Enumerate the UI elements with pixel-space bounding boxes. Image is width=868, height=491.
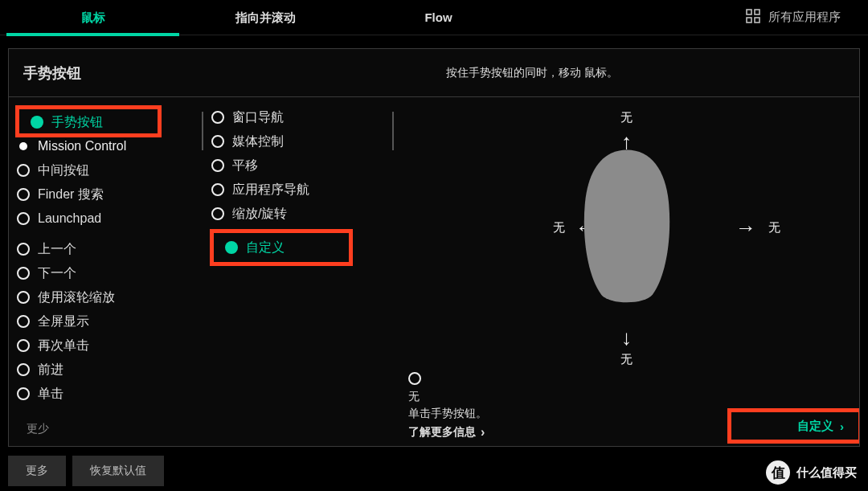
- radio-label: 前进: [38, 362, 63, 378]
- action-click[interactable]: 单击: [17, 382, 202, 406]
- radio-label: 窗口导航: [232, 109, 284, 126]
- chevron-right-icon: ›: [840, 419, 844, 433]
- learn-more-link[interactable]: 了解更多信息 ›: [408, 425, 485, 440]
- svg-rect-0: [747, 10, 751, 14]
- radio-icon: [17, 267, 30, 280]
- radio-label: 应用程序导航: [232, 182, 309, 198]
- action-gesture-button[interactable]: 手势按钮: [19, 109, 158, 135]
- chevron-right-icon: ›: [481, 425, 485, 440]
- action-middle-button[interactable]: 中间按钮: [17, 158, 202, 182]
- radio-label: 使用滚轮缩放: [38, 289, 115, 306]
- radio-icon: [17, 363, 30, 376]
- radio-icon: [17, 291, 30, 304]
- radio-icon: [17, 212, 30, 225]
- arrow-down-icon: ↓: [621, 327, 632, 348]
- radio-label: 自定义: [246, 239, 285, 256]
- radio-label: Finder 搜索: [38, 186, 104, 203]
- radio-icon: [225, 241, 238, 254]
- direction-right-label[interactable]: 无: [768, 220, 780, 235]
- panel-hint: 按住手势按钮的同时，移动 鼠标。: [446, 66, 859, 80]
- highlight-box-custom: 自定义: [210, 229, 353, 266]
- radio-label: 下一个: [38, 265, 76, 282]
- mode-media-control[interactable]: 媒体控制: [211, 129, 392, 153]
- radio-icon: [17, 188, 30, 201]
- radio-icon: [211, 135, 224, 148]
- radio-icon: [211, 159, 224, 172]
- radio-icon: [31, 116, 43, 129]
- highlight-box-gesture: 手势按钮: [15, 105, 162, 137]
- mode-window-nav[interactable]: 窗口导航: [211, 105, 392, 129]
- button-action-list: 手势按钮 Mission Control 中间按钮 Finder 搜索 Laun…: [9, 97, 202, 446]
- action-previous[interactable]: 上一个: [17, 237, 202, 261]
- gesture-panel: 手势按钮 按住手势按钮的同时，移动 鼠标。 手势按钮 Mission Contr…: [8, 48, 860, 447]
- radio-icon: [17, 387, 30, 400]
- svg-rect-3: [755, 18, 760, 23]
- mode-app-nav[interactable]: 应用程序导航: [211, 178, 392, 202]
- action-click-again[interactable]: 再次单击: [17, 333, 202, 358]
- radio-icon: [211, 183, 224, 196]
- action-finder-search[interactable]: Finder 搜索: [17, 182, 202, 207]
- radio-label: 全屏显示: [38, 313, 89, 330]
- tab-flow[interactable]: Flow: [352, 0, 525, 35]
- radio-label: 缩放/旋转: [232, 206, 287, 223]
- radio-icon: [211, 207, 224, 220]
- mode-zoom-rotate[interactable]: 缩放/旋转: [211, 202, 392, 226]
- action-fullscreen[interactable]: 全屏显示: [17, 309, 202, 333]
- radio-label: Launchpad: [38, 211, 101, 226]
- radio-icon: [17, 315, 30, 328]
- radio-label: 中间按钮: [38, 162, 89, 179]
- gesture-mode-list: 窗口导航 媒体控制 平移 应用程序导航 缩放/旋转 自定义: [203, 97, 392, 446]
- radio-icon[interactable]: [408, 372, 421, 385]
- radio-icon: [17, 243, 30, 256]
- fewer-link[interactable]: 更少: [27, 422, 49, 436]
- more-button[interactable]: 更多: [8, 456, 66, 486]
- radio-label: Mission Control: [38, 139, 126, 153]
- arrow-right-icon: →: [735, 217, 756, 238]
- radio-icon: [17, 164, 30, 177]
- action-scroll-zoom[interactable]: 使用滚轮缩放: [17, 285, 202, 309]
- radio-label: 再次单击: [38, 338, 89, 354]
- mode-custom[interactable]: 自定义: [214, 233, 349, 262]
- custom-button-label: 自定义: [797, 419, 833, 434]
- radio-label: 手势按钮: [51, 114, 103, 131]
- action-mission-control[interactable]: Mission Control: [17, 134, 202, 158]
- all-apps-label: 所有应用程序: [768, 10, 841, 25]
- radio-icon: [17, 339, 30, 352]
- reset-defaults-button[interactable]: 恢复默认值: [72, 456, 164, 486]
- svg-rect-2: [747, 18, 751, 23]
- tab-mouse[interactable]: 鼠标: [6, 0, 179, 35]
- radio-label: 媒体控制: [232, 133, 284, 150]
- smzdm-logo-icon: 值: [766, 460, 790, 485]
- radio-label: 上一个: [38, 241, 76, 258]
- gesture-preview: 无 无 无 无 ↑ ↓ ← → 无 单击手势按钮。: [394, 97, 859, 446]
- smzdm-watermark: 值 什么值得买: [766, 460, 857, 485]
- tab-point-scroll[interactable]: 指向并滚动: [179, 0, 352, 35]
- mode-pan[interactable]: 平移: [211, 153, 392, 178]
- direction-up-label[interactable]: 无: [620, 110, 633, 125]
- smzdm-text: 什么值得买: [796, 465, 857, 481]
- radio-icon: [211, 111, 224, 124]
- apps-grid-icon: [746, 9, 760, 26]
- svg-rect-1: [755, 10, 760, 14]
- action-launchpad[interactable]: Launchpad: [17, 207, 202, 231]
- click-none-label: 无: [408, 390, 859, 404]
- radio-label: 平移: [232, 158, 258, 174]
- mouse-icon: [579, 146, 675, 309]
- action-next[interactable]: 下一个: [17, 261, 202, 285]
- radio-label: 单击: [38, 386, 63, 403]
- all-apps-button[interactable]: 所有应用程序: [746, 9, 862, 26]
- direction-down-label[interactable]: 无: [620, 352, 633, 367]
- radio-icon: [19, 142, 27, 150]
- learn-more-label: 了解更多信息: [408, 425, 476, 440]
- custom-button[interactable]: 自定义 ›: [727, 408, 859, 444]
- panel-title: 手势按钮: [9, 63, 81, 83]
- action-forward[interactable]: 前进: [17, 358, 202, 382]
- direction-left-label[interactable]: 无: [553, 220, 565, 235]
